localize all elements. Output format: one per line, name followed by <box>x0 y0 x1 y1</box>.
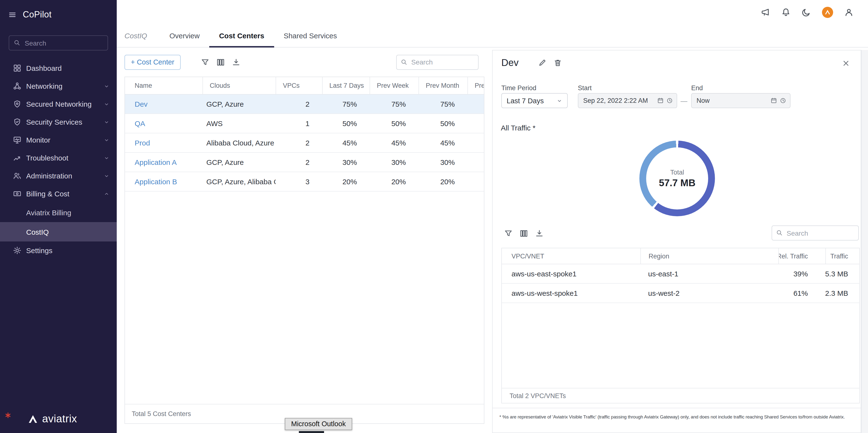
sidebar-item-administration[interactable]: Administration <box>0 167 117 185</box>
column-header-vpcs[interactable]: VPCs <box>276 77 322 94</box>
download-icon[interactable] <box>232 58 240 66</box>
user-profile-icon[interactable] <box>844 7 854 17</box>
cell-clouds: GCP, Azure <box>203 94 276 113</box>
column-header-rel-traffic[interactable]: Rel. Traffic <box>778 248 826 264</box>
sidebar-item-aviatrix-billing[interactable]: Aviatrix Billing <box>0 203 117 222</box>
cost-center-detail-panel: Dev Time Period Start End Last 7 Days Se… <box>492 50 861 433</box>
cost-center-link[interactable]: Prod <box>135 139 150 147</box>
trend-chart-icon <box>12 154 21 162</box>
sidebar-item-billing-cost[interactable]: Billing & Cost <box>0 185 117 203</box>
clock-icon[interactable] <box>666 97 673 104</box>
tab-overview[interactable]: Overview <box>160 24 209 47</box>
cell-vpcs: 2 <box>276 94 322 113</box>
column-header-clouds[interactable]: Clouds <box>203 77 276 94</box>
cell-clouds: GCP, Azure <box>203 153 276 172</box>
end-datetime-input[interactable]: Now <box>691 93 790 108</box>
cell-prev-week: 20% <box>370 172 418 191</box>
column-header-region[interactable]: Region <box>640 248 778 264</box>
sidebar-item-label: Dashboard <box>26 64 62 72</box>
start-datetime-input[interactable]: Sep 22, 2022 2:22 AM <box>578 93 677 108</box>
download-icon[interactable] <box>535 229 544 238</box>
sidebar-item-label: Security Services <box>26 118 82 126</box>
table-row-application-b[interactable]: Application B GCP, Azure, Alibaba C 3 20… <box>125 172 484 192</box>
filter-icon[interactable] <box>201 58 209 66</box>
sidebar-item-secured-networking[interactable]: Secured Networking <box>0 95 117 113</box>
app-root: CoPilot Dashboard Networking Secured Net… <box>0 0 868 433</box>
vpc-row-us-east[interactable]: aws-us-east-spoke1 us-east-1 39% 35.3 MB <box>502 264 859 284</box>
cell-rel-traffic: 61% <box>778 284 826 302</box>
sidebar-item-troubleshoot[interactable]: Troubleshoot <box>0 149 117 167</box>
cell-clouds: AWS <box>203 114 276 133</box>
column-header-traffic[interactable]: Traffic <box>826 248 859 264</box>
column-header-last7[interactable]: Last 7 Days <box>322 77 370 94</box>
sidebar-item-settings[interactable]: Settings <box>0 241 117 259</box>
megaphone-icon[interactable] <box>761 7 770 17</box>
table-row-application-a[interactable]: Application A GCP, Azure 2 30% 30% 30% <box>125 153 484 172</box>
moon-icon[interactable] <box>802 7 811 17</box>
tab-shared-services[interactable]: Shared Services <box>274 24 347 47</box>
cell-vpcs: 1 <box>276 114 322 133</box>
cost-centers-toolbar: + Cost Center <box>124 54 485 70</box>
monitor-icon <box>12 136 21 144</box>
sidebar-item-monitor[interactable]: Monitor <box>0 131 117 149</box>
time-period-select[interactable]: Last 7 Days <box>501 93 568 108</box>
detail-title: Dev <box>501 57 519 68</box>
calendar-icon[interactable] <box>657 97 663 104</box>
hamburger-menu-icon[interactable] <box>8 10 17 19</box>
close-icon[interactable] <box>842 59 850 67</box>
table-row-qa[interactable]: QA AWS 1 50% 50% 50% <box>125 114 484 133</box>
sidebar-item-costiq[interactable]: CostIQ <box>0 222 117 241</box>
sidebar-item-security-services[interactable]: Security Services <box>0 113 117 131</box>
column-header-vpc[interactable]: VPC/VNET <box>502 248 640 264</box>
cost-center-link[interactable]: Application A <box>135 158 177 166</box>
delete-trash-icon[interactable] <box>553 59 562 67</box>
cost-centers-search <box>396 55 478 69</box>
vpc-row-us-west[interactable]: aws-us-west-spoke1 us-west-2 61% 22.3 MB <box>502 284 859 303</box>
main-area: CostIQ Overview Cost Centers Shared Serv… <box>117 0 868 433</box>
sidebar-search-input[interactable] <box>9 35 108 51</box>
cell-rel-traffic: 39% <box>778 264 826 283</box>
vpc-search-input[interactable] <box>772 226 859 240</box>
cell-last7: 75% <box>322 94 370 113</box>
cost-center-link[interactable]: Dev <box>135 100 148 108</box>
cell-prev-month: 20% <box>418 172 467 191</box>
cell-last7: 50% <box>322 114 370 133</box>
table-row-prod[interactable]: Prod Alibaba Cloud, Azure 2 45% 45% 45% <box>125 133 484 153</box>
tab-label: Shared Services <box>284 31 337 40</box>
chevron-up-icon <box>104 191 110 197</box>
column-header-prev[interactable]: Prev <box>467 77 484 94</box>
sidebar-subitem-label: CostIQ <box>26 228 49 236</box>
users-icon <box>12 172 21 180</box>
add-cost-center-button[interactable]: + Cost Center <box>124 55 181 69</box>
aviatrix-orange-badge-icon[interactable] <box>822 6 833 18</box>
tab-cost-centers[interactable]: Cost Centers <box>209 24 274 47</box>
calendar-icon[interactable] <box>771 97 777 104</box>
cell-clouds: Alibaba Cloud, Azure <box>203 133 276 152</box>
sidebar-item-networking[interactable]: Networking <box>0 77 117 95</box>
bell-icon[interactable] <box>781 7 790 17</box>
cost-center-link[interactable]: Application B <box>135 177 177 186</box>
table-empty-space <box>125 192 484 404</box>
detail-header: Dev <box>501 57 562 68</box>
clock-icon[interactable] <box>780 97 786 104</box>
column-header-name[interactable]: Name <box>125 77 203 94</box>
filter-icon[interactable] <box>504 229 513 238</box>
column-header-prev-month[interactable]: Prev Month <box>418 77 467 94</box>
edit-pencil-icon[interactable] <box>538 59 546 67</box>
cost-centers-search-input[interactable] <box>396 55 478 69</box>
cell-region: us-east-1 <box>640 264 778 283</box>
sidebar-item-dashboard[interactable]: Dashboard <box>0 59 117 77</box>
taskbar-item-fragment <box>299 431 324 433</box>
tab-label: Overview <box>169 31 199 40</box>
columns-icon[interactable] <box>520 229 528 238</box>
scrollbar-track[interactable] <box>861 50 868 433</box>
table-row-dev[interactable]: Dev GCP, Azure 2 75% 75% 75% <box>125 94 484 114</box>
cell-prev <box>467 114 484 133</box>
all-traffic-label: All Traffic * <box>501 124 535 132</box>
sidebar-item-label: Monitor <box>26 136 51 144</box>
shield-globe-icon <box>12 100 21 108</box>
traffic-donut-chart[interactable]: Total 57.7 MB <box>640 141 715 216</box>
columns-icon[interactable] <box>217 58 225 66</box>
cost-center-link[interactable]: QA <box>135 119 145 127</box>
column-header-prev-week[interactable]: Prev Week <box>370 77 418 94</box>
